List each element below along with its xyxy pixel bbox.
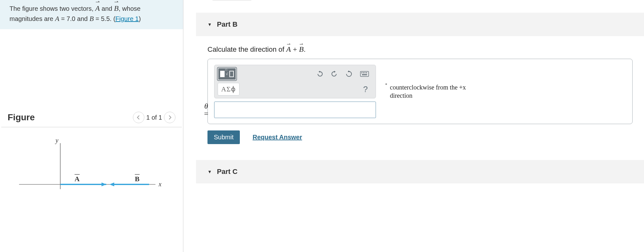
problem-text: = xyxy=(94,15,101,22)
problem-text: and xyxy=(102,5,114,12)
figure-header: Figure 1 of 1 xyxy=(0,112,183,123)
magnitude-B-value: 5.5 xyxy=(101,15,110,22)
theta-symbol: θ xyxy=(204,102,208,110)
question-text: . xyxy=(304,45,306,53)
part-b-question: Calculate the direction of ⇀A + ⇀B. xyxy=(196,36,644,59)
part-c-title: Part C xyxy=(217,168,238,176)
help-button[interactable]: ? xyxy=(358,83,372,96)
request-answer-link[interactable]: Request Answer xyxy=(253,134,302,141)
problem-text: . ( xyxy=(110,15,115,22)
svg-rect-14 xyxy=(362,74,367,75)
figure-counter: 1 of 1 xyxy=(146,114,162,121)
equals-symbol: = xyxy=(204,109,208,118)
svg-marker-3 xyxy=(102,182,106,186)
action-row: Submit Request Answer xyxy=(196,124,644,150)
undo-icon xyxy=(316,71,323,77)
part-c-header[interactable]: ▼ Part C xyxy=(196,160,644,183)
vector-plot xyxy=(0,134,178,191)
answer-input[interactable] xyxy=(214,102,376,118)
magnitude-A-value: 7.0 xyxy=(67,15,76,22)
chevron-left-icon xyxy=(137,115,141,120)
unit-text-post: direction xyxy=(390,92,412,99)
problem-text: ) xyxy=(139,15,141,22)
collapse-toggle-icon: ▼ xyxy=(207,22,212,27)
problem-statement: The figure shows two vectors, ⇀A and ⇀B,… xyxy=(0,0,183,29)
vector-A-symbol: ⇀A xyxy=(286,45,291,54)
svg-rect-13 xyxy=(366,72,367,73)
magnitude-B-symbol: B xyxy=(89,15,94,23)
sqrt-icon: □ √ xyxy=(226,72,228,76)
unit-text-pre: counterclockwise from the xyxy=(390,84,459,91)
redo-icon xyxy=(331,71,338,77)
svg-marker-6 xyxy=(319,71,320,73)
figure-heading: Figure xyxy=(8,112,35,123)
equation-toolbar: □ √ xyxy=(214,65,376,98)
figure-divider xyxy=(1,127,182,127)
templates-button[interactable]: □ √ xyxy=(218,68,236,80)
rect-icon xyxy=(220,71,225,77)
keyboard-button[interactable] xyxy=(357,68,372,80)
figure-link[interactable]: Figure 1 xyxy=(115,15,139,22)
undo-button[interactable] xyxy=(313,68,327,80)
submit-button[interactable]: Submit xyxy=(207,130,240,144)
outline-rect-icon xyxy=(229,71,234,77)
part-b-title: Part B xyxy=(217,20,238,29)
degree-symbol: ∘ xyxy=(385,81,388,87)
right-column: ✔ Correct ▼ Part B Calculate the directi… xyxy=(183,0,644,252)
vector-arrow-icon: ⇀ xyxy=(95,1,100,2)
svg-rect-11 xyxy=(363,72,364,73)
greek-symbols-button[interactable]: ΑΣϕ xyxy=(218,83,240,96)
part-b-header[interactable]: ▼ Part B xyxy=(196,13,644,36)
vector-A-symbol: ⇀A xyxy=(95,3,100,14)
unit-plus-x: +x xyxy=(459,84,466,91)
chevron-right-icon xyxy=(168,115,172,120)
question-text: Calculate the direction of xyxy=(207,45,286,53)
svg-rect-10 xyxy=(361,72,362,73)
vector-B-symbol: ⇀B xyxy=(299,45,304,54)
correct-feedback-box: ✔ Correct xyxy=(211,0,253,0)
svg-rect-12 xyxy=(365,72,365,73)
unit-label: ∘ counterclockwise from the +x direction xyxy=(385,83,466,100)
plus-symbol: + xyxy=(291,45,299,53)
answer-panel: □ √ xyxy=(207,59,633,124)
figure-diagram: y x A B xyxy=(0,134,183,197)
keyboard-icon xyxy=(360,71,369,77)
vector-arrow-icon: ⇀ xyxy=(114,1,119,2)
reset-icon xyxy=(345,70,352,77)
vector-B-symbol: ⇀B xyxy=(114,3,119,14)
figure-prev-button[interactable] xyxy=(133,112,144,123)
redo-button[interactable] xyxy=(327,68,341,80)
svg-marker-7 xyxy=(334,71,336,73)
variable-label: θ = xyxy=(203,102,210,117)
figure-nav: 1 of 1 xyxy=(133,112,175,123)
reset-button[interactable] xyxy=(342,68,356,80)
left-column: The figure shows two vectors, ⇀A and ⇀B,… xyxy=(0,0,183,252)
problem-text: The figure shows two vectors, xyxy=(10,5,95,12)
figure-next-button[interactable] xyxy=(164,112,175,123)
problem-text: and xyxy=(75,15,89,22)
collapse-toggle-icon: ▼ xyxy=(207,169,212,174)
svg-rect-9 xyxy=(360,71,369,76)
svg-marker-5 xyxy=(109,182,114,186)
problem-text: = xyxy=(59,15,67,22)
magnitude-A-symbol: A xyxy=(55,15,59,23)
app-root: The figure shows two vectors, ⇀A and ⇀B,… xyxy=(0,0,644,252)
